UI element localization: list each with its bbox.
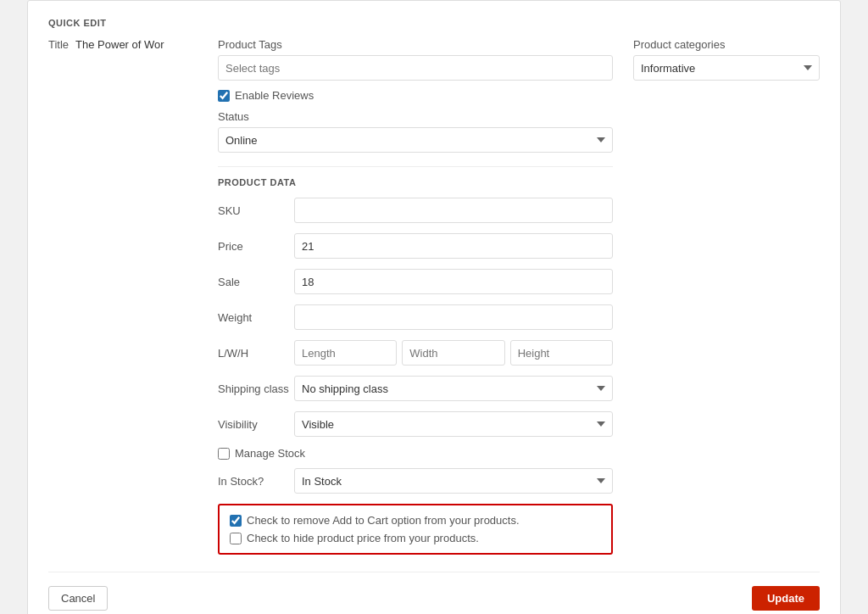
remove-cart-label: Check to remove Add to Cart option from … bbox=[247, 514, 520, 527]
lwh-row: L/W/H bbox=[218, 340, 613, 366]
right-column: Product categories Informative Education… bbox=[633, 38, 820, 555]
manage-stock-label: Manage Stock bbox=[235, 447, 305, 460]
enable-reviews-checkbox[interactable] bbox=[218, 90, 230, 102]
hide-price-row: Check to hide product price from your pr… bbox=[230, 532, 601, 544]
title-row: Title The Power of Wor bbox=[48, 38, 204, 51]
highlighted-options-box: Check to remove Add to Cart option from … bbox=[218, 504, 613, 555]
quick-edit-heading: QUICK EDIT bbox=[48, 18, 820, 28]
lwh-label: L/W/H bbox=[218, 347, 294, 360]
weight-input[interactable] bbox=[294, 304, 613, 330]
hide-price-checkbox[interactable] bbox=[230, 533, 242, 544]
sale-row: Sale bbox=[218, 269, 613, 294]
lwh-inputs-wrapper bbox=[294, 340, 613, 366]
remove-cart-row: Check to remove Add to Cart option from … bbox=[230, 514, 601, 527]
in-stock-row: In Stock? In Stock Out of Stock On Backo… bbox=[218, 468, 613, 494]
weight-row: Weight bbox=[218, 304, 613, 330]
title-value: The Power of Wor bbox=[75, 38, 164, 51]
sku-row: SKU bbox=[218, 198, 613, 223]
bottom-bar: Cancel Update bbox=[48, 572, 820, 611]
shipping-class-select[interactable]: No shipping class Standard Express bbox=[294, 376, 613, 401]
height-input[interactable] bbox=[510, 340, 613, 366]
length-input[interactable] bbox=[294, 340, 397, 366]
product-tags-label: Product Tags bbox=[218, 38, 613, 51]
price-row: Price bbox=[218, 233, 613, 259]
shipping-class-label: Shipping class bbox=[218, 382, 294, 395]
width-input[interactable] bbox=[402, 340, 504, 366]
in-stock-input-wrapper: In Stock Out of Stock On Backorder bbox=[294, 468, 613, 494]
status-label: Status bbox=[218, 110, 613, 123]
hide-price-label: Check to hide product price from your pr… bbox=[247, 532, 479, 544]
sale-input[interactable] bbox=[294, 269, 613, 294]
sale-label: Sale bbox=[218, 276, 294, 288]
in-stock-select[interactable]: In Stock Out of Stock On Backorder bbox=[294, 468, 613, 494]
price-input-wrapper bbox=[294, 233, 613, 259]
visibility-label: Visibility bbox=[218, 418, 294, 431]
enable-reviews-label: Enable Reviews bbox=[235, 89, 314, 102]
shipping-class-row: Shipping class No shipping class Standar… bbox=[218, 376, 613, 401]
weight-label: Weight bbox=[218, 311, 294, 324]
visibility-input-wrapper: Visible Hidden Password protected bbox=[294, 411, 613, 437]
visibility-select[interactable]: Visible Hidden Password protected bbox=[294, 411, 613, 437]
product-tags-wrapper: Product Tags bbox=[218, 38, 613, 81]
sale-input-wrapper bbox=[294, 269, 613, 294]
title-label: Title bbox=[48, 38, 69, 51]
manage-stock-checkbox[interactable] bbox=[218, 448, 230, 460]
update-button[interactable]: Update bbox=[752, 586, 820, 611]
left-column: Title The Power of Wor bbox=[48, 38, 218, 555]
quick-edit-panel: QUICK EDIT Title The Power of Wor Produc… bbox=[27, 0, 841, 614]
product-data-label: PRODUCT DATA bbox=[218, 177, 613, 187]
product-categories-label: Product categories bbox=[633, 38, 820, 51]
cancel-button[interactable]: Cancel bbox=[48, 586, 108, 611]
lwh-inputs bbox=[294, 340, 613, 366]
manage-stock-row: Manage Stock bbox=[218, 447, 613, 460]
enable-reviews-row: Enable Reviews bbox=[218, 89, 613, 102]
sku-input[interactable] bbox=[294, 198, 613, 223]
center-column: Product Tags Enable Reviews Status Onlin… bbox=[218, 38, 633, 555]
sku-input-wrapper bbox=[294, 198, 613, 223]
status-row: Status Online Offline Draft bbox=[218, 110, 613, 153]
divider bbox=[218, 166, 613, 167]
weight-input-wrapper bbox=[294, 304, 613, 330]
visibility-row: Visibility Visible Hidden Password prote… bbox=[218, 411, 613, 437]
shipping-class-input-wrapper: No shipping class Standard Express bbox=[294, 376, 613, 401]
in-stock-label: In Stock? bbox=[218, 475, 294, 488]
remove-cart-checkbox[interactable] bbox=[230, 515, 242, 527]
select-tags-input[interactable] bbox=[218, 55, 613, 81]
sku-label: SKU bbox=[218, 204, 294, 217]
product-categories-select[interactable]: Informative Educational Entertainment bbox=[633, 55, 820, 81]
price-label: Price bbox=[218, 240, 294, 253]
status-select[interactable]: Online Offline Draft bbox=[218, 127, 613, 153]
price-input[interactable] bbox=[294, 233, 613, 259]
